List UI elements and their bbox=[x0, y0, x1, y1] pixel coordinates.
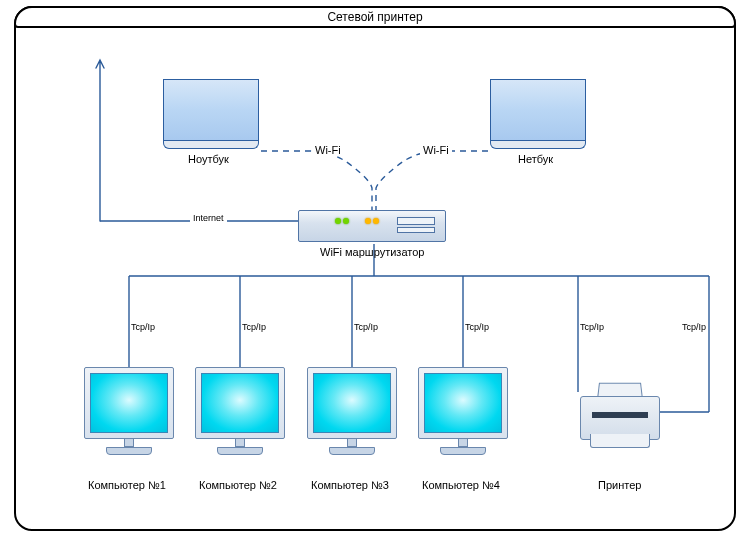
proto-label: Tcp/Ip bbox=[465, 322, 489, 332]
router-slot-icon bbox=[397, 227, 435, 233]
netbook-label: Нетбук bbox=[518, 153, 553, 165]
internet-label: Internet bbox=[190, 213, 227, 223]
device-label: Компьютер №3 bbox=[311, 479, 389, 491]
notebook-base-icon bbox=[163, 141, 259, 149]
device-label: Компьютер №2 bbox=[199, 479, 277, 491]
router-led-green-icon bbox=[343, 218, 349, 224]
proto-label: Tcp/Ip bbox=[682, 322, 706, 332]
proto-label: Tcp/Ip bbox=[131, 322, 155, 332]
wifi-label-left: Wi-Fi bbox=[312, 144, 344, 156]
diagram-title: Сетевой принтер bbox=[14, 6, 736, 28]
router-led-amber-icon bbox=[373, 218, 379, 224]
computer-icon bbox=[418, 367, 508, 467]
wifi-label-right: Wi-Fi bbox=[420, 144, 452, 156]
device-label: Компьютер №1 bbox=[88, 479, 166, 491]
computer-icon bbox=[84, 367, 174, 467]
computer-icon bbox=[195, 367, 285, 467]
printer-icon bbox=[580, 376, 660, 456]
notebook-icon bbox=[163, 79, 259, 141]
computer-icon bbox=[307, 367, 397, 467]
device-label: Принтер bbox=[598, 479, 641, 491]
proto-label: Tcp/Ip bbox=[580, 322, 604, 332]
router-label: WiFi маршрутизатор bbox=[320, 246, 424, 258]
router-icon bbox=[298, 210, 446, 242]
router-slot-icon bbox=[397, 217, 435, 225]
netbook-icon bbox=[490, 79, 586, 141]
router-led-amber-icon bbox=[365, 218, 371, 224]
netbook-base-icon bbox=[490, 141, 586, 149]
proto-label: Tcp/Ip bbox=[354, 322, 378, 332]
device-label: Компьютер №4 bbox=[422, 479, 500, 491]
proto-label: Tcp/Ip bbox=[242, 322, 266, 332]
router-led-green-icon bbox=[335, 218, 341, 224]
notebook-label: Ноутбук bbox=[188, 153, 229, 165]
